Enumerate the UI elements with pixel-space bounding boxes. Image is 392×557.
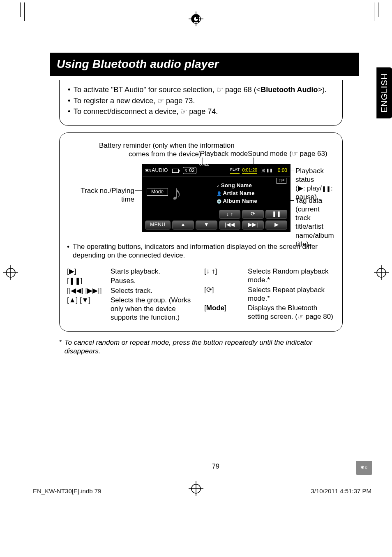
mode-button[interactable]: Mode [147, 188, 168, 196]
sound-mode-indicator: FLAT [230, 167, 240, 173]
control-key: [▶] [67, 267, 111, 276]
status-icons: ))) ❚❚ [261, 168, 273, 173]
intro-item: To connect/disconnect a device, ☞ page 7… [67, 107, 335, 116]
registration-mark-icon [3, 265, 18, 280]
tag-list: Song Name Artist Name Album Name [217, 181, 257, 206]
device-body: TP ♪ Song Name Artist Name Album Name Mo… [143, 177, 290, 211]
control-desc: Selects track. [111, 286, 198, 295]
next-track-button[interactable]: ▶▶| [242, 220, 264, 230]
control-key: [Mode] [204, 304, 248, 321]
trim-mark [20, 2, 21, 17]
control-desc: Selects the group. (Works only when the … [111, 296, 198, 322]
text: ] [224, 304, 226, 312]
track-number: 02 [183, 167, 196, 174]
control-row: [|◀◀] [▶▶|] Selects track. [67, 286, 198, 295]
repeat-button[interactable]: ⟳ [242, 210, 264, 219]
control-key: [▲] [▼] [67, 296, 111, 322]
text: >). [318, 86, 327, 94]
page: ENGLISH Using Bluetooth audio player To … [0, 0, 392, 557]
callout-tag: Tag data (current track title/artist nam… [295, 196, 335, 249]
device-topbar: AUDIO 02 ⟳ALL FLAT 0:01:20 ))) ❚❚ 0:00 [143, 165, 290, 177]
trim-mark [378, 2, 378, 17]
album-name: Album Name [217, 198, 257, 204]
repeat-indicator: ⟳ALL [199, 162, 209, 167]
diagram: Battery reminder (only when the informat… [77, 139, 335, 238]
play-button[interactable]: ▶ [265, 220, 287, 230]
control-row: [❚❚] Pauses. [67, 276, 198, 285]
bold-text: Mode [206, 304, 224, 312]
pause-button[interactable]: ❚❚ [265, 210, 287, 219]
pause-icon: ❚❚ [322, 186, 331, 192]
asterisk: * [59, 338, 62, 356]
control-key: [⟳] [204, 285, 248, 303]
pointer-icon: ☞ [180, 107, 187, 116]
callout-sound-mode: Sound mode (☞ page 63) [248, 149, 327, 158]
footer-timestamp: 3/10/2011 4:51:37 PM [311, 487, 371, 495]
footer: EN_KW-NT30[E].indb 79 3/10/2011 4:51:37 … [33, 487, 371, 495]
text: : play/ [303, 184, 322, 192]
text: title/artist name/album [295, 223, 334, 239]
battery-icon [172, 169, 179, 173]
pointer-icon: ☞ [157, 97, 164, 105]
trim-mark [24, 2, 25, 21]
up-button[interactable]: ▲ [172, 220, 194, 230]
footer-filename: EN_KW-NT30[E].indb 79 [33, 487, 101, 495]
control-key: [❚❚] [67, 276, 111, 285]
control-row: [Mode] Displays the Bluetooth setting sc… [204, 304, 335, 321]
random-button[interactable]: ↓ ↑ [219, 210, 241, 219]
control-row: [⟳] Selects Repeat playback mode.* [204, 285, 335, 303]
control-key: [↓ ↑] [204, 267, 248, 285]
music-note-icon: ♪ [171, 180, 182, 206]
panel-note: The operating buttons, indicators and in… [67, 242, 335, 260]
callout-playback-mode: Playback mode [200, 149, 248, 158]
tp-indicator: TP [277, 178, 286, 184]
control-row: [↓ ↑] Selects Random playback mode.* [204, 267, 335, 285]
callout-track: Track no./Playing time [77, 186, 134, 204]
language-tab: ENGLISH [376, 67, 392, 118]
registration-mark-icon [189, 12, 203, 26]
menu-button[interactable]: MENU [145, 220, 171, 230]
control-desc: Selects Repeat playback mode.* [248, 285, 335, 303]
prev-track-button[interactable]: |◀◀ [219, 220, 241, 230]
text: page 68 (< [223, 86, 261, 94]
text: page 74. [187, 107, 218, 116]
controls-right-column: [↓ ↑] Selects Random playback mode.* [⟳]… [204, 266, 335, 323]
pointer-icon: ☞ [297, 313, 304, 320]
artist-name: Artist Name [217, 190, 257, 197]
down-button[interactable]: ▼ [196, 220, 217, 230]
play-icon: ▶ [298, 184, 303, 192]
pointer-icon: ☞ [292, 150, 298, 158]
text: Tag data (current track [295, 197, 322, 222]
source-label: AUDIO [145, 167, 168, 174]
text: Playback status [295, 167, 324, 183]
control-key: [|◀◀] [▶▶|] [67, 286, 111, 295]
control-desc: Displays the Bluetooth setting screen. (… [248, 304, 335, 321]
trim-mark [374, 2, 374, 21]
text: comes from the device) [99, 150, 201, 158]
intro-box: To activate "BT Audio" for source select… [59, 80, 343, 126]
page-title: Using Bluetooth audio player [50, 53, 359, 76]
text: page 80) [304, 313, 333, 320]
footnote: * To cancel random or repeat mode, press… [59, 338, 343, 356]
bold-text: Bluetooth Audio [261, 86, 318, 94]
control-desc: Starts playback. [111, 267, 198, 276]
text: To connect/disconnect a device, [74, 107, 180, 116]
bluetooth-section-icon: ✱♫ [356, 461, 372, 475]
song-name: Song Name [217, 182, 257, 189]
text: page 63) [298, 150, 327, 158]
control-desc: Pauses. [111, 276, 198, 285]
main-panel: Battery reminder (only when the informat… [59, 132, 343, 332]
control-row: [▶] Starts playback. [67, 267, 198, 276]
control-desc: Selects Random playback mode.* [248, 267, 335, 285]
registration-mark-icon [374, 265, 389, 280]
device-screen: AUDIO 02 ⟳ALL FLAT 0:01:20 ))) ❚❚ 0:00 T… [142, 164, 291, 232]
text: Sound mode ( [248, 150, 292, 158]
control-row: [▲] [▼] Selects the group. (Works only w… [67, 296, 198, 322]
footnote-text: To cancel random or repeat mode, press t… [65, 338, 343, 356]
pointer-icon: ☞ [217, 86, 223, 94]
text: To activate "BT Audio" for source select… [74, 86, 217, 94]
clock: 0:00 [278, 167, 287, 174]
text: page 73. [164, 97, 195, 105]
play-time: 0:01:20 [242, 167, 257, 174]
intro-item: To activate "BT Audio" for source select… [67, 85, 335, 95]
